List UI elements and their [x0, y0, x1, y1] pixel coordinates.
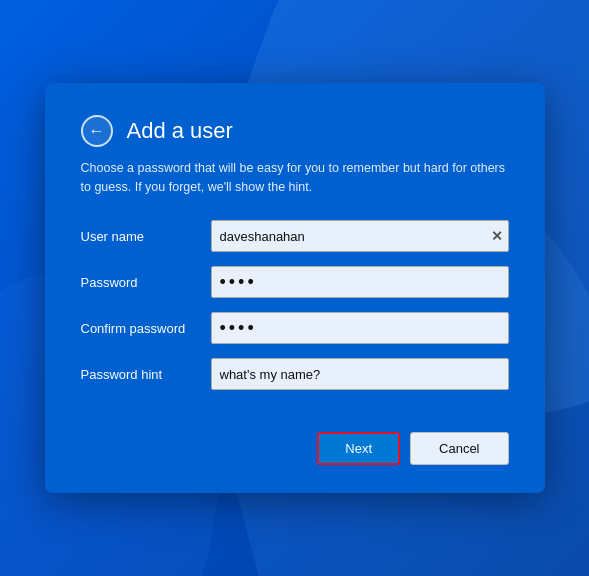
back-button[interactable]: ←	[81, 115, 113, 147]
confirm-password-label: Confirm password	[81, 321, 211, 336]
dialog-title: Add a user	[127, 118, 233, 144]
dialog-subtitle: Choose a password that will be easy for …	[81, 159, 509, 197]
dialog-footer: Next Cancel	[81, 432, 509, 465]
form-area: User name ✕ Password Confirm password Pa…	[81, 220, 509, 404]
confirm-password-input-wrapper	[211, 312, 509, 344]
password-hint-input-wrapper	[211, 358, 509, 390]
password-hint-input[interactable]	[211, 358, 509, 390]
username-label: User name	[81, 229, 211, 244]
password-hint-row: Password hint	[81, 358, 509, 390]
username-input[interactable]	[211, 220, 509, 252]
username-input-wrapper: ✕	[211, 220, 509, 252]
username-clear-icon[interactable]: ✕	[491, 229, 503, 243]
password-row: Password	[81, 266, 509, 298]
add-user-dialog: ← Add a user Choose a password that will…	[45, 83, 545, 494]
username-row: User name ✕	[81, 220, 509, 252]
confirm-password-input[interactable]	[211, 312, 509, 344]
confirm-password-row: Confirm password	[81, 312, 509, 344]
password-hint-label: Password hint	[81, 367, 211, 382]
back-arrow-icon: ←	[89, 123, 105, 139]
password-input-wrapper	[211, 266, 509, 298]
dialog-header: ← Add a user	[81, 115, 509, 147]
cancel-button[interactable]: Cancel	[410, 432, 508, 465]
password-label: Password	[81, 275, 211, 290]
password-input[interactable]	[211, 266, 509, 298]
next-button[interactable]: Next	[317, 432, 400, 465]
